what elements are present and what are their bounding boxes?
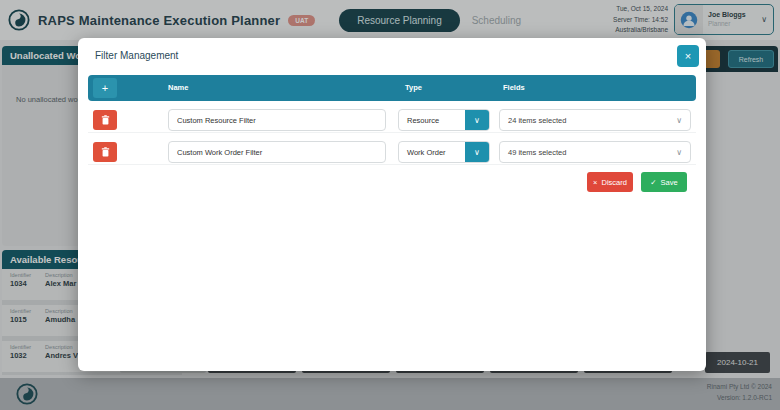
discard-label: Discard	[601, 178, 626, 187]
add-filter-button[interactable]: +	[93, 78, 117, 98]
x-icon: ×	[593, 178, 597, 187]
filter-table-header: + Name Type Fields	[88, 75, 696, 101]
filter-name-input[interactable]	[168, 141, 386, 163]
filter-type-value: Resource	[399, 110, 465, 130]
delete-filter-button[interactable]	[93, 142, 117, 162]
chevron-down-icon: ∨	[676, 148, 682, 157]
filter-fields-value: 24 items selected	[508, 116, 566, 125]
column-header-fields: Fields	[503, 83, 525, 92]
save-label: Save	[661, 178, 678, 187]
check-icon: ✓	[650, 178, 656, 187]
modal-title: Filter Management	[95, 50, 178, 61]
column-header-name: Name	[168, 83, 188, 92]
filter-row: Resource ∨ 24 items selected ∨	[88, 107, 696, 133]
save-button[interactable]: ✓Save	[641, 172, 687, 192]
chevron-down-icon: ∨	[465, 142, 489, 162]
chevron-down-icon: ∨	[676, 116, 682, 125]
filter-name-input[interactable]	[168, 109, 386, 131]
filter-type-value: Work Order	[399, 142, 465, 162]
filter-type-select[interactable]: Resource ∨	[398, 109, 490, 131]
trash-icon	[101, 145, 110, 160]
filter-fields-dropdown[interactable]: 49 items selected ∨	[499, 141, 691, 163]
filter-row: Work Order ∨ 49 items selected ∨	[88, 139, 696, 165]
trash-icon	[101, 113, 110, 128]
filter-fields-dropdown[interactable]: 24 items selected ∨	[499, 109, 691, 131]
column-header-type: Type	[405, 83, 422, 92]
filter-type-select[interactable]: Work Order ∨	[398, 141, 490, 163]
delete-filter-button[interactable]	[93, 110, 117, 130]
filter-fields-value: 49 items selected	[508, 148, 566, 157]
filter-management-modal: Filter Management × + Name Type Fields R…	[78, 38, 706, 371]
chevron-down-icon: ∨	[465, 110, 489, 130]
app-root: RAPS Maintenance Execution Planner UAT R…	[0, 0, 780, 410]
close-icon[interactable]: ×	[677, 45, 699, 67]
discard-button[interactable]: ×Discard	[587, 172, 633, 192]
